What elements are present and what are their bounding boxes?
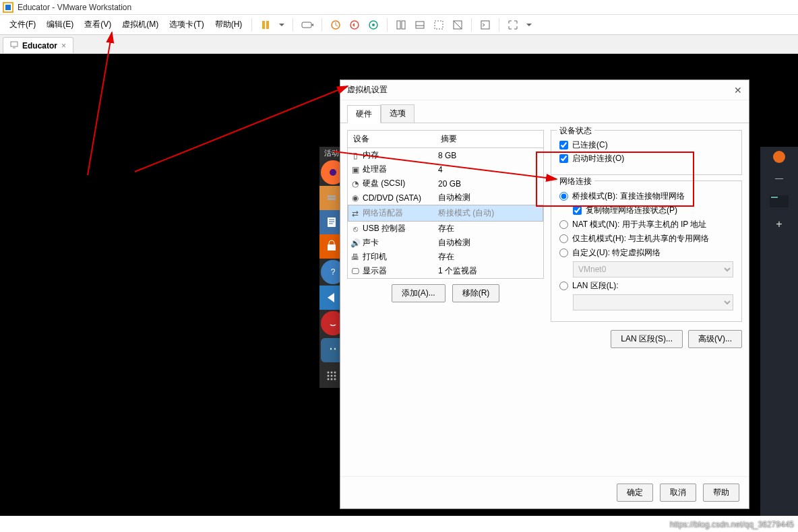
fit-icon[interactable] — [429, 17, 448, 33]
device-icon: ◔ — [350, 179, 360, 189]
separator — [293, 18, 293, 32]
lan-segment-radio[interactable]: LAN 区段(L): — [559, 280, 733, 292]
add-tab-icon[interactable]: + — [766, 217, 793, 232]
cancel-button[interactable]: 取消 — [660, 484, 696, 502]
device-name: 硬盘 (SCSI) — [363, 178, 405, 189]
svg-point-34 — [331, 372, 333, 374]
svg-point-37 — [331, 375, 333, 377]
add-button[interactable]: 添加(A)... — [392, 284, 446, 302]
separator — [471, 18, 472, 32]
svg-rect-13 — [435, 21, 443, 29]
vmware-icon — [3, 2, 13, 13]
device-summary: 存在 — [438, 223, 541, 234]
connect-at-poweron-checkbox[interactable]: 启动时连接(O) — [559, 153, 733, 164]
svg-point-33 — [328, 372, 330, 374]
separator — [321, 18, 322, 32]
hardware-row[interactable]: 🖶打印机存在 — [348, 250, 543, 264]
custom-radio[interactable]: 自定义(U): 特定虚拟网络 — [559, 247, 733, 259]
tab-educator[interactable]: Educator × — [3, 37, 73, 53]
menu-edit[interactable]: 编辑(E) — [41, 16, 79, 33]
menu-help[interactable]: 帮助(H) — [210, 16, 248, 33]
svg-rect-22 — [328, 198, 336, 200]
hardware-row[interactable]: ◉CD/DVD (SATA)自动检测 — [348, 191, 543, 205]
view-thumbnail-icon[interactable] — [410, 17, 429, 33]
view-single-icon[interactable] — [392, 17, 410, 33]
help-button[interactable]: 帮助 — [703, 484, 739, 502]
tab-close-icon[interactable]: × — [61, 41, 66, 51]
menu-tabs[interactable]: 选项卡(T) — [164, 16, 209, 33]
vm-settings-dialog: 虚拟机设置 ✕ 硬件 选项 设备 摘要 ▯内存8 GB▣处理器4◔硬盘 (SCS… — [340, 79, 749, 509]
device-icon: ⎋ — [350, 224, 360, 234]
hardware-row[interactable]: ⎋USB 控制器存在 — [348, 222, 543, 236]
hardware-buttons: 添加(A)... 移除(R) — [347, 279, 544, 308]
remove-button[interactable]: 移除(R) — [452, 284, 500, 302]
connected-checkbox[interactable]: 已连接(C) — [559, 139, 733, 151]
snapshot-icon[interactable] — [326, 17, 345, 33]
separator — [251, 18, 252, 32]
hardware-row[interactable]: ▣处理器4 — [348, 162, 543, 176]
svg-point-36 — [328, 375, 330, 377]
svg-rect-16 — [481, 21, 489, 29]
device-summary: 1 个监视器 — [438, 265, 541, 277]
pause-button[interactable] — [256, 17, 275, 33]
guest-right-panel: — + — [760, 147, 798, 516]
device-name: 处理器 — [363, 164, 387, 175]
hardware-row[interactable]: ◔硬盘 (SCSI)20 GB — [348, 176, 543, 191]
advanced-button[interactable]: 高级(V)... — [688, 330, 742, 348]
replicate-checkbox[interactable]: 复制物理网络连接状态(P) — [573, 205, 733, 216]
svg-rect-43 — [771, 197, 778, 198]
hardware-list: 设备 摘要 ▯内存8 GB▣处理器4◔硬盘 (SCSI)20 GB◉CD/DVD… — [347, 130, 544, 279]
hardware-row[interactable]: ⇄网络适配器桥接模式 (自动) — [348, 205, 543, 222]
tab-options[interactable]: 选项 — [381, 104, 415, 123]
dialog-titlebar: 虚拟机设置 ✕ — [340, 80, 749, 100]
hostonly-radio[interactable]: 仅主机模式(H): 与主机共享的专用网络 — [559, 233, 733, 244]
bridged-radio[interactable]: 桥接模式(B): 直接连接物理网络 — [559, 191, 733, 202]
svg-point-40 — [331, 378, 333, 380]
lan-segments-button[interactable]: LAN 区段(S)... — [611, 330, 683, 348]
terminal-thumb-icon[interactable] — [766, 194, 793, 209]
hardware-list-header: 设备 摘要 — [348, 131, 543, 148]
watermark: https://blog.csdn.net/qq_36279445 — [670, 520, 794, 529]
stretch-icon[interactable] — [448, 17, 467, 33]
menu-file[interactable]: 文件(F) — [4, 16, 41, 33]
device-icon: ▯ — [350, 151, 360, 160]
fullscreen-icon[interactable] — [503, 17, 522, 33]
svg-line-15 — [454, 21, 462, 29]
window-title: Educator - VMware Workstation — [18, 3, 131, 12]
tab-hardware[interactable]: 硬件 — [347, 105, 381, 123]
svg-text:?: ? — [331, 267, 336, 277]
svg-point-20 — [330, 169, 336, 176]
device-icon: ▣ — [350, 165, 360, 174]
dropdown-icon[interactable] — [275, 17, 288, 33]
guest-close-icon[interactable] — [773, 151, 785, 163]
device-name: USB 控制器 — [363, 223, 406, 234]
ok-button[interactable]: 确定 — [617, 484, 653, 502]
svg-rect-11 — [416, 22, 424, 28]
device-icon: 🔊 — [350, 238, 360, 248]
hardware-row[interactable]: ▯内存8 GB — [348, 148, 543, 162]
revert-icon[interactable] — [345, 17, 364, 33]
device-name: 显示器 — [363, 265, 387, 277]
manage-snapshots-icon[interactable] — [364, 17, 383, 33]
svg-rect-21 — [328, 195, 336, 197]
close-icon[interactable]: ✕ — [734, 85, 742, 96]
separator — [387, 18, 388, 32]
minimize-icon[interactable]: — — [766, 171, 793, 186]
console-icon[interactable] — [476, 17, 495, 33]
svg-point-41 — [334, 378, 336, 380]
tabbar: Educator × — [0, 35, 798, 54]
device-name: 打印机 — [363, 251, 387, 263]
nat-radio[interactable]: NAT 模式(N): 用于共享主机的 IP 地址 — [559, 219, 733, 230]
hardware-row[interactable]: 🖵显示器1 个监视器 — [348, 264, 543, 278]
dropdown-icon[interactable] — [522, 17, 536, 33]
svg-point-30 — [328, 318, 338, 329]
send-keys-icon[interactable] — [297, 17, 317, 33]
device-name: CD/DVD (SATA) — [363, 193, 421, 203]
menu-view[interactable]: 查看(V) — [79, 16, 117, 33]
device-summary: 4 — [438, 165, 541, 174]
menu-vm[interactable]: 虚拟机(M) — [117, 16, 164, 33]
svg-rect-4 — [302, 22, 311, 28]
hardware-row[interactable]: 🔊声卡自动检测 — [348, 236, 543, 250]
custom-network-select: VMnet0 — [573, 261, 733, 277]
svg-point-39 — [328, 378, 330, 380]
